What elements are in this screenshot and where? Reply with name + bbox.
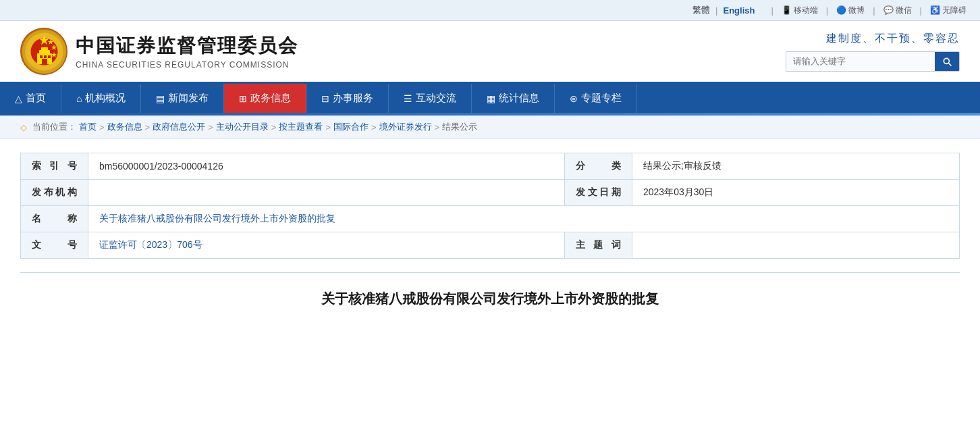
breadcrumb: ◇ 当前位置： 首页 > 政务信息 > 政府信息公开 > 主动公开目录 > 按主…	[0, 116, 980, 139]
nav-item-special[interactable]: ⊜专题专栏	[555, 84, 637, 113]
nav-icon-statistics: ▦	[487, 93, 495, 104]
site-title-cn: 中国证券监督管理委员会	[76, 33, 298, 59]
nav-label-policy: 政务信息	[250, 92, 291, 105]
mobile-label: 移动端	[794, 5, 818, 16]
nav-item-home[interactable]: △首页	[0, 84, 61, 113]
breadcrumb-sep-1: >	[145, 122, 151, 132]
nav-icon-news: ▤	[156, 93, 165, 104]
logo-emblem	[20, 28, 67, 75]
wechat-icon: 💬	[883, 5, 894, 15]
nav-label-interaction: 互动交流	[416, 92, 456, 105]
date-value: 2023年03月30日	[632, 180, 959, 206]
nav-icon-policy: ⊞	[239, 93, 247, 104]
breadcrumb-item-0[interactable]: 首页	[79, 121, 97, 133]
breadcrumb-item-2[interactable]: 政府信息公开	[153, 121, 205, 133]
svg-rect-10	[40, 55, 43, 58]
separator-1: |	[715, 5, 717, 16]
language-links: 繁體 | English	[692, 4, 755, 16]
nav-item-institution[interactable]: ⌂机构概况	[61, 84, 141, 113]
index-no-value: bm56000001/2023-00004126	[88, 153, 565, 180]
nav-item-statistics[interactable]: ▦统计信息	[472, 84, 555, 113]
mobile-link[interactable]: 📱 移动端	[782, 5, 818, 16]
search-box	[786, 51, 960, 72]
social-links: | 📱 移动端 | 🔵 微博 | 💬 微信 | ♿ 无障碍	[768, 5, 967, 16]
nav-bar: △首页⌂机构概况▤新闻发布⊞政务信息⊟办事服务☰互动交流▦统计信息⊜专题专栏	[0, 84, 980, 113]
date-label: 发文日期	[564, 180, 632, 206]
top-bar: 繁體 | English | 📱 移动端 | 🔵 微博 | 💬 微信 | ♿ 无…	[0, 0, 980, 21]
subject-label: 主 题 词	[564, 232, 632, 259]
search-icon	[942, 56, 952, 67]
title-label: 名 称	[21, 206, 88, 232]
nav-label-special: 专题专栏	[581, 92, 622, 105]
subject-value	[632, 232, 959, 259]
header: 中国证券监督管理委员会 CHINA SECURITIES REGULATORY …	[0, 21, 980, 84]
separator-2: |	[771, 5, 773, 16]
header-right: 建制度、不干预、零容忍	[786, 32, 960, 72]
divider	[20, 272, 960, 273]
category-value: 结果公示;审核反馈	[632, 153, 959, 180]
breadcrumb-item-5[interactable]: 国际合作	[333, 121, 369, 133]
title-value: 关于核准猪八戒股份有限公司发行境外上市外资股的批复	[88, 206, 960, 232]
site-title-en: CHINA SECURITIES REGULATORY COMMISSION	[76, 60, 298, 70]
logo-area: 中国证券监督管理委员会 CHINA SECURITIES REGULATORY …	[20, 28, 298, 75]
main-content: 索 引 号 bm56000001/2023-00004126 分 类 结果公示;…	[0, 139, 980, 328]
accessibility-icon: ♿	[930, 5, 940, 15]
breadcrumb-sep-5: >	[371, 122, 377, 132]
table-row-title: 名 称 关于核准猪八戒股份有限公司发行境外上市外资股的批复	[21, 206, 960, 232]
nav-label-service: 办事服务	[333, 92, 373, 105]
svg-rect-12	[48, 55, 51, 58]
nav-item-interaction[interactable]: ☰互动交流	[389, 84, 472, 113]
accessibility-label: 无障碍	[942, 5, 967, 16]
breadcrumb-sep-4: >	[325, 122, 331, 132]
search-button[interactable]	[935, 52, 959, 71]
breadcrumb-sep-6: >	[435, 122, 440, 132]
weibo-link[interactable]: 🔵 微博	[836, 5, 865, 16]
separator-3: |	[826, 5, 828, 16]
separator-5: |	[920, 5, 922, 16]
nav-item-policy[interactable]: ⊞政务信息	[224, 84, 306, 113]
breadcrumb-sep-0: >	[99, 122, 105, 132]
nav-label-news: 新闻发布	[168, 92, 209, 105]
traditional-chinese-link[interactable]: 繁體	[692, 4, 710, 16]
breadcrumb-current: 结果公示	[442, 121, 477, 133]
wechat-link[interactable]: 💬 微信	[883, 5, 912, 16]
doc-no-value: 证监许可〔2023〕706号	[88, 232, 565, 259]
issuer-label: 发布机构	[21, 180, 88, 206]
english-link[interactable]: English	[723, 5, 755, 16]
weibo-label: 微博	[848, 5, 865, 16]
nav-icon-service: ⊟	[321, 93, 329, 104]
breadcrumb-item-4[interactable]: 按主题查看	[279, 121, 323, 133]
breadcrumb-icon: ◇	[20, 122, 27, 132]
accessibility-link[interactable]: ♿ 无障碍	[930, 5, 967, 16]
doc-no-label: 文 号	[21, 232, 88, 259]
svg-rect-9	[41, 47, 48, 51]
doc-title: 关于核准猪八戒股份有限公司发行境外上市外资股的批复	[20, 283, 960, 315]
table-row-docno: 文 号 证监许可〔2023〕706号 主 题 词	[21, 232, 960, 259]
breadcrumb-item-6[interactable]: 境外证券发行	[379, 121, 432, 133]
wechat-label: 微信	[896, 5, 912, 16]
nav-icon-home: △	[15, 93, 22, 104]
breadcrumb-item-3[interactable]: 主动公开目录	[216, 121, 269, 133]
breadcrumb-item-1[interactable]: 政务信息	[107, 121, 142, 133]
nav-icon-interaction: ☰	[404, 93, 412, 104]
table-row-index: 索 引 号 bm56000001/2023-00004126 分 类 结果公示;…	[21, 153, 960, 180]
search-input[interactable]	[786, 52, 935, 70]
svg-rect-13	[42, 59, 47, 64]
nav-label-home: 首页	[26, 92, 46, 105]
logo-text: 中国证券监督管理委员会 CHINA SECURITIES REGULATORY …	[76, 33, 298, 70]
nav-label-institution: 机构概况	[85, 92, 126, 105]
mobile-icon: 📱	[782, 5, 792, 15]
nav-item-news[interactable]: ▤新闻发布	[141, 84, 224, 113]
separator-4: |	[873, 5, 875, 16]
weibo-icon: 🔵	[836, 5, 846, 15]
breadcrumb-prefix: 当前位置：	[32, 121, 76, 133]
nav-item-service[interactable]: ⊟办事服务	[306, 84, 389, 113]
info-table: 索 引 号 bm56000001/2023-00004126 分 类 结果公示;…	[20, 153, 960, 259]
table-row-issuer: 发布机构 发文日期 2023年03月30日	[21, 180, 960, 206]
nav-icon-special: ⊜	[570, 93, 578, 104]
logo-svg	[22, 30, 66, 74]
nav-icon-institution: ⌂	[76, 93, 82, 104]
issuer-value	[88, 180, 565, 206]
index-no-label: 索 引 号	[21, 153, 88, 180]
slogan: 建制度、不干预、零容忍	[826, 32, 960, 46]
